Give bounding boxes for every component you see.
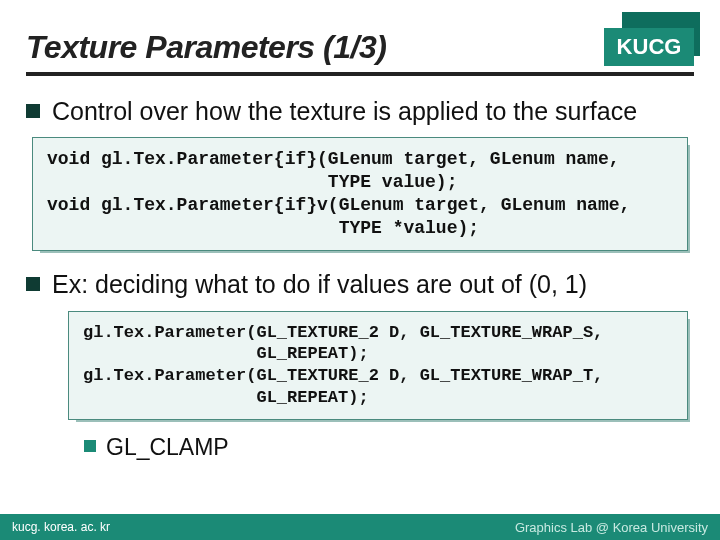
code-block-2: gl.Tex.Parameter(GL_TEXTURE_2 D, GL_TEXT… [68, 311, 688, 420]
logo: KUCG [598, 18, 694, 66]
logo-text: KUCG [604, 28, 694, 66]
bullet-1-text: Control over how the texture is applied … [52, 96, 637, 127]
code-block-1: void gl.Tex.Parameter{if}(GLenum target,… [32, 137, 688, 251]
bullet-square-icon [26, 104, 40, 118]
sub-bullet-1: GL_CLAMP [84, 434, 694, 462]
code-block-2-text: gl.Tex.Parameter(GL_TEXTURE_2 D, GL_TEXT… [68, 311, 688, 420]
footer-url: kucg. korea. ac. kr [12, 520, 110, 534]
bullet-2-text: Ex: deciding what to do if values are ou… [52, 269, 587, 300]
sub-bullet-1-text: GL_CLAMP [106, 434, 229, 462]
footer-attribution: Graphics Lab @ Korea University [515, 520, 708, 535]
slide-title: Texture Parameters (1/3) [26, 29, 386, 66]
bullet-square-icon [84, 440, 96, 452]
slide: Texture Parameters (1/3) KUCG Control ov… [0, 0, 720, 540]
footer: kucg. korea. ac. kr Graphics Lab @ Korea… [0, 514, 720, 540]
bullet-1: Control over how the texture is applied … [26, 96, 694, 127]
title-bar: Texture Parameters (1/3) KUCG [26, 18, 694, 76]
content: Control over how the texture is applied … [26, 88, 694, 461]
bullet-square-icon [26, 277, 40, 291]
bullet-2: Ex: deciding what to do if values are ou… [26, 269, 694, 300]
code-block-1-text: void gl.Tex.Parameter{if}(GLenum target,… [32, 137, 688, 251]
